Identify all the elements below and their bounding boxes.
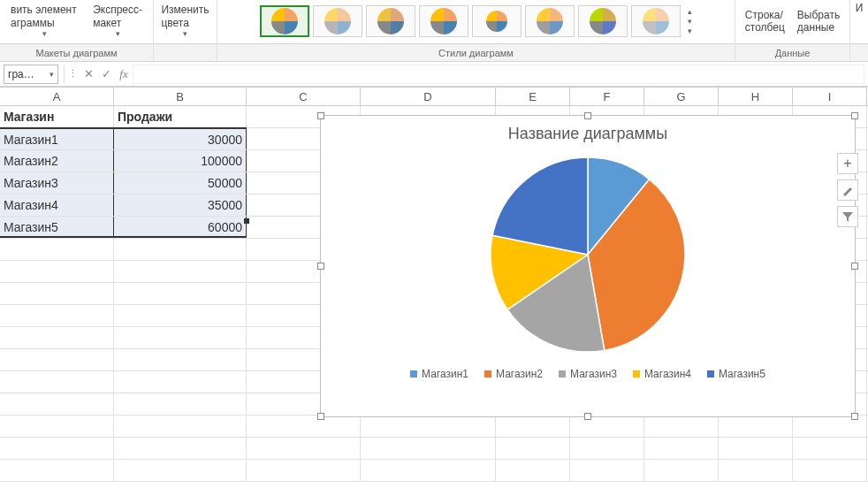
cell[interactable] xyxy=(793,438,867,459)
cell[interactable] xyxy=(719,416,793,437)
cell[interactable]: 50000 xyxy=(114,172,247,194)
cell[interactable] xyxy=(114,460,247,481)
resize-handle[interactable] xyxy=(851,413,858,420)
formula-input[interactable] xyxy=(133,65,864,84)
cell[interactable]: 100000 xyxy=(114,150,247,172)
cell[interactable] xyxy=(0,416,114,437)
cell[interactable] xyxy=(114,349,247,370)
cell[interactable]: Магазин5 xyxy=(0,217,114,238)
cell[interactable] xyxy=(570,460,644,481)
name-box[interactable]: гра…▾ xyxy=(4,65,58,84)
cell[interactable] xyxy=(0,349,114,370)
cell[interactable]: Магазин2 xyxy=(0,150,114,172)
col-header-f[interactable]: F xyxy=(570,87,644,105)
resize-handle[interactable] xyxy=(317,263,324,270)
cell[interactable] xyxy=(570,416,644,437)
chart-style-up[interactable]: ▴ xyxy=(688,7,692,16)
change-chart-type-button[interactable]: И xyxy=(852,0,867,16)
cell[interactable] xyxy=(793,460,867,481)
cell[interactable] xyxy=(0,460,114,481)
cell[interactable] xyxy=(361,460,496,481)
add-chart-element-button[interactable]: вить элемент аграммы▾ xyxy=(7,2,82,41)
cell[interactable] xyxy=(0,261,114,282)
cell[interactable] xyxy=(719,438,793,459)
legend-item[interactable]: Магазин4 xyxy=(633,368,691,380)
resize-handle[interactable] xyxy=(851,112,858,119)
chart-style-4[interactable] xyxy=(419,5,468,37)
col-header-i[interactable]: I xyxy=(793,87,867,105)
cell[interactable] xyxy=(644,416,719,437)
enter-button[interactable]: ✓ xyxy=(97,65,115,83)
cell[interactable] xyxy=(114,305,247,326)
cell[interactable] xyxy=(114,438,247,459)
cell[interactable]: 30000 xyxy=(114,127,247,149)
pie-chart[interactable] xyxy=(482,149,694,361)
resize-handle[interactable] xyxy=(584,413,591,420)
chart-filter-button[interactable] xyxy=(837,206,858,227)
chart-style-5[interactable] xyxy=(472,5,522,37)
chart-style-down[interactable]: ▾ xyxy=(688,17,692,26)
chart-legend[interactable]: Магазин1Магазин2Магазин3Магазин4Магазин5 xyxy=(321,361,855,389)
cell[interactable] xyxy=(0,327,114,348)
cell[interactable] xyxy=(114,261,247,282)
chart-style-more[interactable]: ▾ xyxy=(688,27,692,35)
cell[interactable] xyxy=(247,438,361,459)
col-header-d[interactable]: D xyxy=(361,87,496,105)
chart-style-2[interactable] xyxy=(313,5,362,37)
chart-plot-area[interactable] xyxy=(321,149,855,361)
cell[interactable] xyxy=(247,416,361,437)
chart-style-3[interactable] xyxy=(366,5,415,37)
cell[interactable] xyxy=(114,371,247,393)
cell[interactable] xyxy=(0,239,114,260)
legend-item[interactable]: Магазин5 xyxy=(707,368,765,380)
cell[interactable] xyxy=(114,283,247,304)
col-header-h[interactable]: H xyxy=(719,87,793,105)
resize-handle[interactable] xyxy=(317,112,324,119)
cell[interactable] xyxy=(247,460,361,481)
cell[interactable] xyxy=(114,393,247,415)
cell[interactable] xyxy=(570,438,644,459)
cell[interactable] xyxy=(644,438,719,459)
legend-item[interactable]: Магазин2 xyxy=(484,368,543,380)
spreadsheet-grid[interactable]: A B C D E F G H I МагазинПродажиМагазин1… xyxy=(0,87,868,488)
chart-elements-button[interactable]: + xyxy=(837,153,858,174)
cell[interactable] xyxy=(361,416,496,437)
cell[interactable] xyxy=(114,416,247,437)
col-header-c[interactable]: C xyxy=(247,87,361,105)
cell[interactable] xyxy=(644,460,719,481)
cell[interactable] xyxy=(719,460,793,481)
insert-function-button[interactable]: fx xyxy=(115,65,133,83)
resize-handle[interactable] xyxy=(317,413,324,420)
switch-row-column-button[interactable]: Строка/ столбец xyxy=(742,7,788,36)
cell[interactable]: Магазин3 xyxy=(0,172,114,194)
col-header-b[interactable]: B xyxy=(114,87,247,105)
legend-item[interactable]: Магазин1 xyxy=(410,368,468,380)
change-colors-button[interactable]: Изменить цвета▾ xyxy=(157,0,212,42)
cell[interactable] xyxy=(114,239,247,260)
cancel-button[interactable]: ✕ xyxy=(80,65,97,83)
cell[interactable] xyxy=(496,416,570,437)
chart-title[interactable]: Название диаграммы xyxy=(321,116,855,149)
cell[interactable]: Продажи xyxy=(114,106,247,127)
cell[interactable] xyxy=(0,283,114,304)
quick-layout-button[interactable]: Экспресс- макет▾ xyxy=(89,2,146,41)
resize-handle[interactable] xyxy=(584,112,591,119)
col-header-a[interactable]: A xyxy=(0,87,114,105)
col-header-g[interactable]: G xyxy=(644,87,719,105)
cell[interactable] xyxy=(0,393,114,415)
cell[interactable] xyxy=(0,305,114,326)
cell[interactable]: Магазин xyxy=(0,106,114,127)
chart-style-1[interactable] xyxy=(260,5,309,37)
cell[interactable] xyxy=(0,371,114,393)
cell[interactable]: 35000 xyxy=(114,194,247,216)
selection-fill-handle[interactable] xyxy=(244,218,249,224)
chart-object[interactable]: Название диаграммы Магазин1Магазин2Магаз… xyxy=(320,115,856,417)
col-header-e[interactable]: E xyxy=(496,87,570,105)
resize-handle[interactable] xyxy=(851,263,858,270)
cell[interactable] xyxy=(361,438,496,459)
chart-styles-button[interactable] xyxy=(837,179,858,201)
cell[interactable] xyxy=(496,438,570,459)
chart-style-8[interactable] xyxy=(631,5,681,37)
select-data-button[interactable]: Выбрать данные xyxy=(794,7,843,36)
cell[interactable]: 60000 xyxy=(114,217,247,238)
